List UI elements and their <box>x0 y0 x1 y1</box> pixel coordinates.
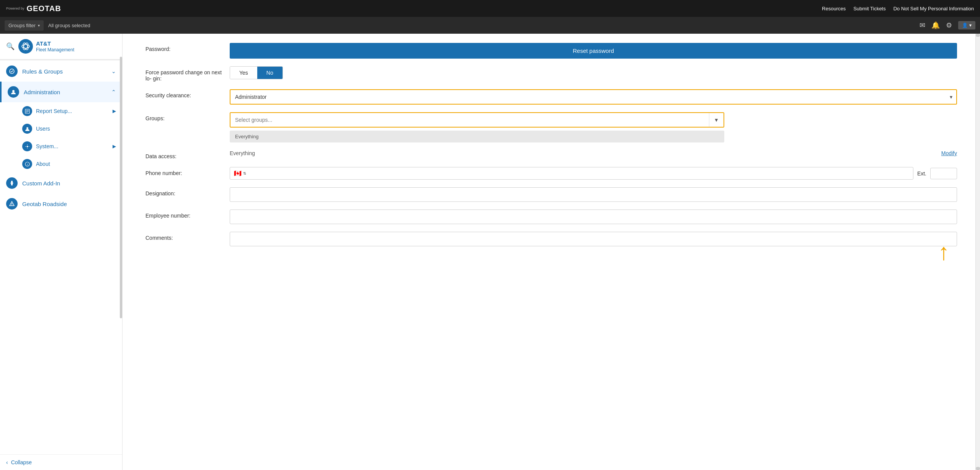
comments-label: Comments: <box>145 232 222 241</box>
administration-icon <box>8 86 19 98</box>
geotab-logo: GEOTAB <box>27 4 61 13</box>
employee-number-input[interactable] <box>230 210 957 224</box>
phone-number-control: 🇨🇦 ⇅ Ext. <box>230 167 957 180</box>
sidebar-item-geotab-roadside[interactable]: Geotab Roadside <box>0 193 122 214</box>
reset-password-button[interactable]: Reset password <box>230 43 957 59</box>
users-label: Users <box>36 126 50 132</box>
sidebar-item-users[interactable]: Users <box>0 120 122 138</box>
groups-control: ▼ Everything <box>230 112 957 142</box>
modify-link[interactable]: Modify <box>941 150 957 156</box>
phone-flag-arrows-icon: ⇅ <box>243 171 246 175</box>
administration-label: Administration <box>24 89 111 95</box>
comments-row: Comments: <box>145 232 957 246</box>
user-icon: 👤 <box>962 23 968 28</box>
custom-add-in-label: Custom Add-In <box>22 180 116 187</box>
user-dropdown-arrow: ▾ <box>969 23 972 28</box>
no-button[interactable]: No <box>257 67 283 79</box>
brand-logo-circle <box>18 39 33 54</box>
data-access-row: Data access: Everything Modify <box>145 150 957 159</box>
sidebar-item-report-setup[interactable]: Report Setup... ▶ <box>0 102 122 120</box>
report-setup-label: Report Setup... <box>36 108 72 114</box>
mail-icon[interactable]: ✉ <box>920 21 925 29</box>
all-groups-selected-text: All groups selected <box>48 23 90 28</box>
employee-number-row: Employee number: <box>145 210 957 224</box>
employee-number-control <box>230 210 957 224</box>
main-layout: 🔍 AT&T Fleet Management <box>0 34 980 470</box>
gear-icon[interactable]: ⚙ <box>946 21 952 29</box>
security-clearance-select[interactable]: Administrator View Only Default User <box>230 89 957 105</box>
phone-row: 🇨🇦 ⇅ Ext. <box>230 167 957 180</box>
content-area: Password: Reset password Force password … <box>122 34 980 470</box>
security-clearance-control: Administrator View Only Default User <box>230 89 957 105</box>
powered-by-text: Powered by <box>6 7 24 11</box>
geotab-roadside-label: Geotab Roadside <box>22 201 116 207</box>
custom-add-in-icon <box>6 177 18 189</box>
groups-filter-arrow-icon: ▾ <box>38 23 40 28</box>
submit-tickets-link[interactable]: Submit Tickets <box>853 6 886 11</box>
system-icon <box>22 141 32 151</box>
designation-label: Designation: <box>145 187 222 197</box>
search-icon[interactable]: 🔍 <box>6 42 15 51</box>
system-arrow-icon: ▶ <box>113 144 116 149</box>
filter-bar: Groups filter ▾ All groups selected ✉ 🔔 … <box>0 17 980 34</box>
ext-label: Ext. <box>917 170 926 177</box>
resources-link[interactable]: Resources <box>822 6 846 11</box>
groups-row: Groups: ▼ Everything <box>145 112 957 142</box>
sidebar-nav: Rules & Groups ⌄ Administration ⌃ Report… <box>0 61 122 454</box>
password-row: Password: Reset password <box>145 43 957 59</box>
groups-select-input[interactable] <box>230 113 709 127</box>
data-access-label: Data access: <box>145 150 222 159</box>
security-clearance-label: Security clearance: <box>145 89 222 98</box>
sidebar: 🔍 AT&T Fleet Management <box>0 34 122 470</box>
report-setup-icon <box>22 106 32 116</box>
svg-text:i: i <box>27 163 28 166</box>
svg-point-5 <box>12 90 15 92</box>
rules-groups-icon <box>6 66 18 77</box>
password-control: Reset password <box>230 43 957 59</box>
comments-input[interactable] <box>230 232 957 246</box>
phone-number-label: Phone number: <box>145 167 222 176</box>
att-logo-svg <box>20 41 31 52</box>
report-setup-arrow-icon: ▶ <box>113 108 116 114</box>
filter-bar-icons: ✉ 🔔 ⚙ 👤 ▾ <box>920 21 975 29</box>
bell-icon[interactable]: 🔔 <box>931 21 940 29</box>
canada-flag-icon: 🇨🇦 <box>234 170 242 177</box>
sidebar-scrollbar[interactable] <box>120 57 122 318</box>
data-access-value-row: Everything Modify <box>230 150 957 156</box>
sidebar-item-about[interactable]: i About <box>0 155 122 173</box>
rules-groups-expand-icon: ⌄ <box>111 68 116 74</box>
brand-name-sub: Fleet Management <box>36 47 74 52</box>
rules-groups-label: Rules & Groups <box>22 68 111 75</box>
force-password-control: Yes No <box>230 66 957 79</box>
scrollbar-thumb-top <box>976 34 980 37</box>
svg-point-0 <box>21 41 31 51</box>
sidebar-collapse-btn[interactable]: ‹ Collapse <box>0 454 122 470</box>
designation-control <box>230 187 957 202</box>
do-not-sell-link[interactable]: Do Not Sell My Personal Information <box>893 6 974 11</box>
groups-dropdown-button[interactable]: ▼ <box>709 113 724 127</box>
groups-filter-label: Groups filter <box>8 23 36 28</box>
users-icon <box>22 124 32 134</box>
force-password-toggle: Yes No <box>230 66 283 79</box>
yes-button[interactable]: Yes <box>230 67 257 79</box>
sidebar-item-custom-add-in[interactable]: Custom Add-In <box>0 173 122 193</box>
brand-name: AT&T Fleet Management <box>36 40 74 52</box>
logo-area: Powered by GEOTAB <box>6 4 61 13</box>
sidebar-item-rules-groups[interactable]: Rules & Groups ⌄ <box>0 61 122 82</box>
phone-input[interactable] <box>248 170 909 177</box>
data-access-value: Everything <box>230 150 935 156</box>
sidebar-header: 🔍 AT&T Fleet Management <box>0 34 122 59</box>
collapse-label: Collapse <box>11 459 32 465</box>
groups-select-wrapper: ▼ <box>230 112 724 128</box>
designation-input[interactable] <box>230 187 957 202</box>
ext-input[interactable] <box>930 168 957 179</box>
about-label: About <box>36 161 50 167</box>
groups-filter-button[interactable]: Groups filter ▾ <box>5 20 44 31</box>
designation-row: Designation: <box>145 187 957 202</box>
sidebar-item-administration[interactable]: Administration ⌃ <box>0 82 122 102</box>
about-icon: i <box>22 159 32 169</box>
brand-name-main: AT&T <box>36 40 74 47</box>
content-scrollbar[interactable] <box>975 34 980 470</box>
user-button[interactable]: 👤 ▾ <box>958 21 975 29</box>
sidebar-item-system[interactable]: System... ▶ <box>0 138 122 155</box>
